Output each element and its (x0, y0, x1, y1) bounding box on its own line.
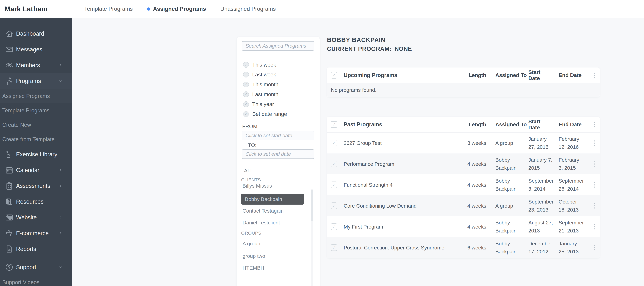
row-menu-icon[interactable] (592, 243, 596, 252)
program-end-date: February 3, 2015 (558, 156, 589, 172)
sidebar-item-reports[interactable]: Reports (0, 241, 72, 257)
program-start-date: September 3, 2014 (528, 177, 558, 193)
row-menu-icon[interactable] (592, 202, 596, 210)
row-menu-icon[interactable] (592, 223, 596, 231)
table-row[interactable]: ✓ 2627 Group Test 3 weeks A group Januar… (327, 132, 600, 154)
search-input[interactable] (242, 41, 314, 51)
column-length: Length (462, 72, 486, 78)
sidebar-item-support-videos[interactable]: Support Videos (0, 275, 72, 286)
programs-icon (4, 76, 14, 86)
table-row[interactable]: ✓ Core Conditioning Low Demand 4 weeks A… (327, 195, 600, 216)
row-checkbox[interactable]: ✓ (331, 223, 337, 230)
table-row[interactable]: ✓ Performance Program 4 weeks Bobby Back… (327, 154, 600, 174)
sidebar-item-exercise-library[interactable]: Exercise Library (0, 147, 72, 162)
clients-list-scrollbar[interactable] (311, 189, 313, 286)
past-programs-header: ✓ Past Programs Length Assigned To Start… (327, 117, 600, 132)
sidebar-item-website[interactable]: Website (0, 210, 72, 225)
program-start-date: December 17, 2012 (528, 240, 558, 255)
sidebar-item-ecommerce[interactable]: E-commerce (0, 225, 72, 241)
column-end-date: End Date (558, 121, 589, 127)
sidebar-subitem-label: Support Videos (2, 279, 40, 285)
select-all-checkbox[interactable]: ✓ (331, 121, 337, 128)
client-item-contact-testagain[interactable]: Contact Testagain (237, 205, 318, 216)
row-checkbox[interactable]: ✓ (331, 161, 337, 167)
group-item-htembh[interactable]: HTEMBH (237, 262, 318, 273)
date-filter-set-date-range[interactable]: ✓ Set date range (237, 109, 320, 119)
sidebar-item-label: Exercise Library (16, 151, 57, 158)
chevron-left-icon (58, 168, 63, 173)
group-item-a-group[interactable]: A group (237, 238, 318, 249)
program-end-date: September 28, 2014 (558, 177, 589, 193)
website-icon (4, 213, 14, 222)
clients-groups-list: Billys Missus Bobby Backpain Contact Tes… (237, 184, 318, 286)
chevron-left-icon (58, 63, 63, 68)
radio-check-icon: ✓ (243, 101, 249, 107)
row-menu-icon[interactable] (592, 181, 596, 189)
sidebar-item-label: Support (16, 264, 36, 270)
table-menu-icon[interactable] (592, 71, 596, 79)
sidebar-item-calendar[interactable]: Calendar (0, 162, 72, 178)
date-filter-last-week[interactable]: ✓ Last week (237, 70, 320, 79)
tab-template-programs[interactable]: Template Programs (84, 6, 133, 12)
sidebar-item-assessments[interactable]: Assessments (0, 178, 72, 194)
program-length: 4 weeks (462, 203, 486, 209)
client-item-bobby-backpain-selected[interactable]: Bobby Backpain (241, 194, 304, 205)
column-assigned-to: Assigned To (486, 121, 528, 127)
sidebar-item-label: Calendar (16, 167, 39, 174)
row-menu-icon[interactable] (592, 160, 596, 168)
row-checkbox[interactable]: ✓ (331, 244, 337, 251)
sidebar-item-template-programs[interactable]: Template Programs (0, 103, 72, 118)
upcoming-programs-card: ✓ Upcoming Programs Length Assigned To S… (327, 67, 600, 97)
select-all-checkbox[interactable]: ✓ (331, 72, 337, 79)
scrollbar-thumb[interactable] (311, 190, 313, 221)
column-end-date: End Date (558, 72, 589, 78)
radio-check-icon: ✓ (243, 82, 249, 87)
row-checkbox[interactable]: ✓ (331, 202, 337, 209)
sidebar-item-programs[interactable]: Programs (0, 73, 72, 89)
tab-assigned-programs[interactable]: Assigned Programs (147, 6, 206, 12)
chevron-left-icon (58, 231, 63, 236)
sidebar-item-members[interactable]: Members (0, 57, 72, 73)
sidebar-item-resources[interactable]: Resources (0, 194, 72, 210)
current-program-label: CURRENT PROGRAM: (327, 46, 392, 52)
sidebar-subitem-label: Assigned Programs (2, 93, 50, 99)
sidebar-item-messages[interactable]: Messages (0, 42, 72, 57)
client-item-billys-missus[interactable]: Billys Missus (237, 184, 318, 191)
top-bar: Mark Latham Template Programs Assigned P… (0, 0, 644, 18)
tab-unassigned-programs[interactable]: Unassigned Programs (220, 6, 276, 12)
sidebar-item-create-new[interactable]: Create New (0, 118, 72, 132)
program-end-date: October 18, 2013 (558, 198, 589, 214)
sidebar-item-create-from-template[interactable]: Create from Template (0, 132, 72, 147)
date-filter-options: ✓ This week ✓ Last week ✓ This month ✓ L… (237, 60, 320, 119)
client-item-daniel-testclient[interactable]: Daniel Testclient (237, 217, 318, 228)
program-name: 2627 Group Test (344, 140, 462, 146)
program-length: 3 weeks (462, 140, 486, 146)
table-row[interactable]: ✓ My First Program 4 weeks Bobby Backpai… (327, 216, 600, 237)
group-item-group-two[interactable]: group two (237, 251, 318, 261)
row-checkbox[interactable]: ✓ (331, 140, 337, 146)
sidebar-subitem-label: Template Programs (2, 107, 50, 114)
table-row[interactable]: ✓ Functional Strength 4 4 weeks Bobby Ba… (327, 174, 600, 195)
radio-label: This year (252, 101, 274, 107)
table-row[interactable]: ✓ Postural Correction: Upper Cross Syndr… (327, 237, 600, 258)
date-filter-this-year[interactable]: ✓ This year (237, 99, 320, 109)
date-filter-this-month[interactable]: ✓ This month (237, 79, 320, 89)
row-menu-icon[interactable] (592, 139, 596, 147)
date-filter-this-week[interactable]: ✓ This week (237, 60, 320, 70)
end-date-field[interactable] (242, 149, 314, 159)
question-circle-icon (4, 262, 14, 272)
envelope-icon (4, 45, 14, 54)
sidebar-subitem-label: Create from Template (2, 136, 54, 142)
table-menu-icon[interactable] (592, 120, 596, 129)
program-name: My First Program (344, 224, 462, 230)
row-checkbox[interactable]: ✓ (331, 182, 337, 188)
start-date-field[interactable] (242, 131, 314, 140)
sidebar-item-support[interactable]: Support (0, 259, 72, 275)
radio-label: This month (252, 81, 278, 87)
filter-all[interactable]: ALL (244, 168, 253, 174)
program-end-date: January 25, 2013 (558, 240, 589, 255)
date-filter-last-month[interactable]: ✓ Last month (237, 89, 320, 99)
sidebar-item-assigned-programs[interactable]: Assigned Programs (0, 89, 72, 103)
program-start-date: January 7, 2015 (528, 156, 558, 172)
sidebar-item-dashboard[interactable]: Dashboard (0, 26, 72, 42)
